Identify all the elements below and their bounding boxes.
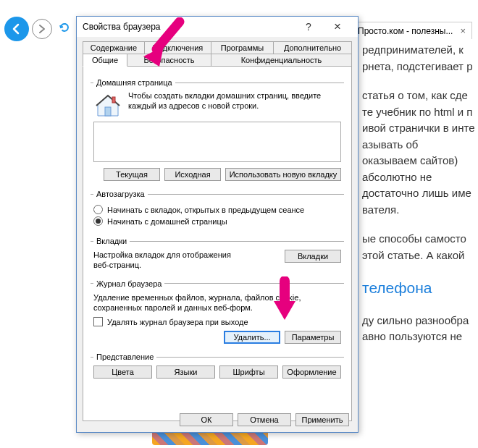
- use-newtab-button[interactable]: Использовать новую вкладку: [225, 168, 341, 181]
- radio-icon: [93, 216, 103, 226]
- checkbox-icon: [93, 317, 103, 326]
- group-home-legend: Домашняя страница: [93, 78, 175, 87]
- home-icon: [93, 91, 122, 119]
- home-desc: Чтобы создать вкладки домашних страниц, …: [128, 91, 341, 111]
- startup-home-radio[interactable]: Начинать с домашней страницы: [93, 216, 341, 226]
- nav-refresh-icon[interactable]: [58, 21, 71, 38]
- tab-label: Просто.ком - полезны...: [358, 26, 453, 36]
- dialog-title: Свойства браузера: [83, 22, 294, 32]
- svg-rect-0: [105, 107, 111, 116]
- ok-button[interactable]: ОК: [180, 413, 233, 426]
- delete-history-button[interactable]: Удалить...: [224, 331, 280, 344]
- use-default-button[interactable]: Исходная: [164, 168, 221, 181]
- home-url-textarea[interactable]: [93, 122, 341, 162]
- tab-security[interactable]: Безопасность: [127, 54, 211, 67]
- apply-button[interactable]: Применить: [295, 413, 349, 426]
- tab-privacy[interactable]: Конфиденциальность: [211, 54, 352, 67]
- page-content: редпринимателей, к рнета, подстегивает р…: [362, 42, 475, 358]
- close-button[interactable]: ×: [323, 20, 352, 34]
- tab-advanced[interactable]: Дополнительно: [274, 41, 352, 54]
- accessibility-button[interactable]: Оформление: [282, 365, 341, 379]
- radio-label: Начинать с домашней страницы: [107, 217, 227, 226]
- languages-button[interactable]: Языки: [156, 365, 215, 379]
- group-history-legend: Журнал браузера: [93, 279, 164, 288]
- startup-tabs-radio[interactable]: Начинать с вкладок, открытых в предыдуще…: [93, 205, 341, 214]
- radio-icon: [93, 205, 103, 214]
- tab-general[interactable]: Общие: [83, 54, 127, 67]
- history-settings-button[interactable]: Параметры: [285, 331, 341, 344]
- delete-on-exit-checkbox[interactable]: Удалять журнал браузера при выходе: [93, 317, 341, 326]
- tab-connections[interactable]: Подключения: [145, 41, 211, 54]
- checkbox-label: Удалять журнал браузера при выходе: [107, 318, 248, 326]
- page-link[interactable]: телефона: [362, 279, 432, 296]
- use-current-button[interactable]: Текущая: [104, 168, 160, 181]
- group-appearance-legend: Представление: [93, 352, 156, 361]
- svg-rect-1: [112, 97, 115, 103]
- group-startup-legend: Автозагрузка: [93, 190, 148, 198]
- nav-forward-button[interactable]: [32, 19, 52, 39]
- history-desc: Удаление временных файлов, журнала, файл…: [93, 292, 341, 313]
- tab-content[interactable]: Содержание: [83, 41, 145, 54]
- help-button[interactable]: ?: [294, 21, 323, 33]
- colors-button[interactable]: Цвета: [93, 365, 152, 379]
- group-tabs-legend: Вкладки: [93, 237, 130, 245]
- cancel-button[interactable]: Отмена: [238, 413, 291, 426]
- tab-close-icon[interactable]: ×: [460, 25, 466, 36]
- nav-back-button[interactable]: [4, 17, 29, 41]
- tabs-button[interactable]: Вкладки: [285, 250, 341, 263]
- radio-label: Начинать с вкладок, открытых в предыдуще…: [107, 206, 304, 214]
- tabs-desc: Настройка вкладок для отображения веб-ст…: [93, 250, 238, 271]
- fonts-button[interactable]: Шрифты: [219, 365, 278, 379]
- internet-options-dialog: Свойства браузера ? × Содержание Подключ…: [76, 16, 358, 433]
- tab-programs[interactable]: Программы: [211, 41, 274, 54]
